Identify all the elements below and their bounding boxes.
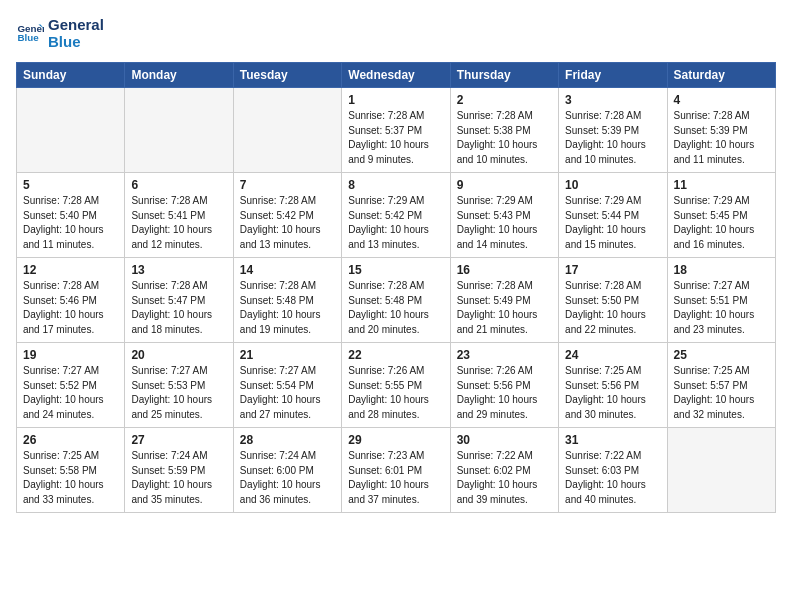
day-number: 8 xyxy=(348,178,443,192)
logo: General Blue General Blue xyxy=(16,16,104,50)
calendar-cell: 24Sunrise: 7:25 AM Sunset: 5:56 PM Dayli… xyxy=(559,343,667,428)
calendar-cell: 10Sunrise: 7:29 AM Sunset: 5:44 PM Dayli… xyxy=(559,173,667,258)
day-number: 29 xyxy=(348,433,443,447)
calendar-cell: 16Sunrise: 7:28 AM Sunset: 5:49 PM Dayli… xyxy=(450,258,558,343)
day-number: 13 xyxy=(131,263,226,277)
day-info: Sunrise: 7:28 AM Sunset: 5:38 PM Dayligh… xyxy=(457,109,552,167)
day-number: 26 xyxy=(23,433,118,447)
calendar-cell: 2Sunrise: 7:28 AM Sunset: 5:38 PM Daylig… xyxy=(450,88,558,173)
day-info: Sunrise: 7:28 AM Sunset: 5:48 PM Dayligh… xyxy=(240,279,335,337)
calendar-cell: 22Sunrise: 7:26 AM Sunset: 5:55 PM Dayli… xyxy=(342,343,450,428)
day-number: 30 xyxy=(457,433,552,447)
day-info: Sunrise: 7:24 AM Sunset: 5:59 PM Dayligh… xyxy=(131,449,226,507)
calendar-cell: 29Sunrise: 7:23 AM Sunset: 6:01 PM Dayli… xyxy=(342,428,450,513)
day-info: Sunrise: 7:27 AM Sunset: 5:54 PM Dayligh… xyxy=(240,364,335,422)
day-number: 1 xyxy=(348,93,443,107)
day-number: 22 xyxy=(348,348,443,362)
calendar-cell: 20Sunrise: 7:27 AM Sunset: 5:53 PM Dayli… xyxy=(125,343,233,428)
calendar-cell: 1Sunrise: 7:28 AM Sunset: 5:37 PM Daylig… xyxy=(342,88,450,173)
calendar-week-3: 12Sunrise: 7:28 AM Sunset: 5:46 PM Dayli… xyxy=(17,258,776,343)
day-info: Sunrise: 7:26 AM Sunset: 5:56 PM Dayligh… xyxy=(457,364,552,422)
day-number: 5 xyxy=(23,178,118,192)
day-info: Sunrise: 7:24 AM Sunset: 6:00 PM Dayligh… xyxy=(240,449,335,507)
day-number: 7 xyxy=(240,178,335,192)
day-info: Sunrise: 7:29 AM Sunset: 5:43 PM Dayligh… xyxy=(457,194,552,252)
day-info: Sunrise: 7:28 AM Sunset: 5:42 PM Dayligh… xyxy=(240,194,335,252)
day-info: Sunrise: 7:25 AM Sunset: 5:58 PM Dayligh… xyxy=(23,449,118,507)
day-number: 11 xyxy=(674,178,769,192)
day-info: Sunrise: 7:27 AM Sunset: 5:53 PM Dayligh… xyxy=(131,364,226,422)
logo-icon: General Blue xyxy=(16,19,44,47)
day-header-saturday: Saturday xyxy=(667,63,775,88)
day-info: Sunrise: 7:22 AM Sunset: 6:03 PM Dayligh… xyxy=(565,449,660,507)
calendar-week-4: 19Sunrise: 7:27 AM Sunset: 5:52 PM Dayli… xyxy=(17,343,776,428)
day-info: Sunrise: 7:28 AM Sunset: 5:40 PM Dayligh… xyxy=(23,194,118,252)
calendar-cell: 19Sunrise: 7:27 AM Sunset: 5:52 PM Dayli… xyxy=(17,343,125,428)
day-info: Sunrise: 7:29 AM Sunset: 5:42 PM Dayligh… xyxy=(348,194,443,252)
day-number: 4 xyxy=(674,93,769,107)
calendar-cell: 23Sunrise: 7:26 AM Sunset: 5:56 PM Dayli… xyxy=(450,343,558,428)
logo-blue: Blue xyxy=(48,33,104,50)
day-info: Sunrise: 7:26 AM Sunset: 5:55 PM Dayligh… xyxy=(348,364,443,422)
header: General Blue General Blue xyxy=(16,16,776,50)
svg-text:Blue: Blue xyxy=(17,32,39,43)
day-info: Sunrise: 7:25 AM Sunset: 5:56 PM Dayligh… xyxy=(565,364,660,422)
calendar: SundayMondayTuesdayWednesdayThursdayFrid… xyxy=(16,62,776,513)
day-header-monday: Monday xyxy=(125,63,233,88)
calendar-cell xyxy=(233,88,341,173)
calendar-week-1: 1Sunrise: 7:28 AM Sunset: 5:37 PM Daylig… xyxy=(17,88,776,173)
day-info: Sunrise: 7:28 AM Sunset: 5:48 PM Dayligh… xyxy=(348,279,443,337)
day-info: Sunrise: 7:28 AM Sunset: 5:39 PM Dayligh… xyxy=(565,109,660,167)
day-number: 14 xyxy=(240,263,335,277)
calendar-week-2: 5Sunrise: 7:28 AM Sunset: 5:40 PM Daylig… xyxy=(17,173,776,258)
day-header-thursday: Thursday xyxy=(450,63,558,88)
day-number: 9 xyxy=(457,178,552,192)
calendar-cell: 28Sunrise: 7:24 AM Sunset: 6:00 PM Dayli… xyxy=(233,428,341,513)
day-number: 10 xyxy=(565,178,660,192)
day-info: Sunrise: 7:28 AM Sunset: 5:49 PM Dayligh… xyxy=(457,279,552,337)
calendar-cell: 27Sunrise: 7:24 AM Sunset: 5:59 PM Dayli… xyxy=(125,428,233,513)
calendar-cell: 7Sunrise: 7:28 AM Sunset: 5:42 PM Daylig… xyxy=(233,173,341,258)
calendar-cell: 9Sunrise: 7:29 AM Sunset: 5:43 PM Daylig… xyxy=(450,173,558,258)
day-number: 25 xyxy=(674,348,769,362)
calendar-cell xyxy=(125,88,233,173)
calendar-cell: 3Sunrise: 7:28 AM Sunset: 5:39 PM Daylig… xyxy=(559,88,667,173)
calendar-cell xyxy=(17,88,125,173)
calendar-cell: 8Sunrise: 7:29 AM Sunset: 5:42 PM Daylig… xyxy=(342,173,450,258)
calendar-cell: 4Sunrise: 7:28 AM Sunset: 5:39 PM Daylig… xyxy=(667,88,775,173)
day-number: 17 xyxy=(565,263,660,277)
day-info: Sunrise: 7:28 AM Sunset: 5:39 PM Dayligh… xyxy=(674,109,769,167)
calendar-week-5: 26Sunrise: 7:25 AM Sunset: 5:58 PM Dayli… xyxy=(17,428,776,513)
calendar-cell: 25Sunrise: 7:25 AM Sunset: 5:57 PM Dayli… xyxy=(667,343,775,428)
calendar-cell: 11Sunrise: 7:29 AM Sunset: 5:45 PM Dayli… xyxy=(667,173,775,258)
day-info: Sunrise: 7:23 AM Sunset: 6:01 PM Dayligh… xyxy=(348,449,443,507)
day-number: 12 xyxy=(23,263,118,277)
day-info: Sunrise: 7:22 AM Sunset: 6:02 PM Dayligh… xyxy=(457,449,552,507)
logo-general: General xyxy=(48,16,104,33)
day-header-wednesday: Wednesday xyxy=(342,63,450,88)
day-number: 3 xyxy=(565,93,660,107)
day-number: 27 xyxy=(131,433,226,447)
day-info: Sunrise: 7:28 AM Sunset: 5:41 PM Dayligh… xyxy=(131,194,226,252)
calendar-cell xyxy=(667,428,775,513)
day-info: Sunrise: 7:27 AM Sunset: 5:51 PM Dayligh… xyxy=(674,279,769,337)
day-number: 24 xyxy=(565,348,660,362)
day-number: 28 xyxy=(240,433,335,447)
day-number: 18 xyxy=(674,263,769,277)
calendar-cell: 12Sunrise: 7:28 AM Sunset: 5:46 PM Dayli… xyxy=(17,258,125,343)
day-number: 19 xyxy=(23,348,118,362)
calendar-cell: 17Sunrise: 7:28 AM Sunset: 5:50 PM Dayli… xyxy=(559,258,667,343)
calendar-cell: 30Sunrise: 7:22 AM Sunset: 6:02 PM Dayli… xyxy=(450,428,558,513)
day-number: 6 xyxy=(131,178,226,192)
day-info: Sunrise: 7:28 AM Sunset: 5:46 PM Dayligh… xyxy=(23,279,118,337)
calendar-cell: 6Sunrise: 7:28 AM Sunset: 5:41 PM Daylig… xyxy=(125,173,233,258)
day-header-friday: Friday xyxy=(559,63,667,88)
day-info: Sunrise: 7:28 AM Sunset: 5:50 PM Dayligh… xyxy=(565,279,660,337)
calendar-cell: 18Sunrise: 7:27 AM Sunset: 5:51 PM Dayli… xyxy=(667,258,775,343)
day-number: 23 xyxy=(457,348,552,362)
calendar-cell: 13Sunrise: 7:28 AM Sunset: 5:47 PM Dayli… xyxy=(125,258,233,343)
day-header-sunday: Sunday xyxy=(17,63,125,88)
calendar-cell: 21Sunrise: 7:27 AM Sunset: 5:54 PM Dayli… xyxy=(233,343,341,428)
day-info: Sunrise: 7:28 AM Sunset: 5:47 PM Dayligh… xyxy=(131,279,226,337)
day-number: 21 xyxy=(240,348,335,362)
